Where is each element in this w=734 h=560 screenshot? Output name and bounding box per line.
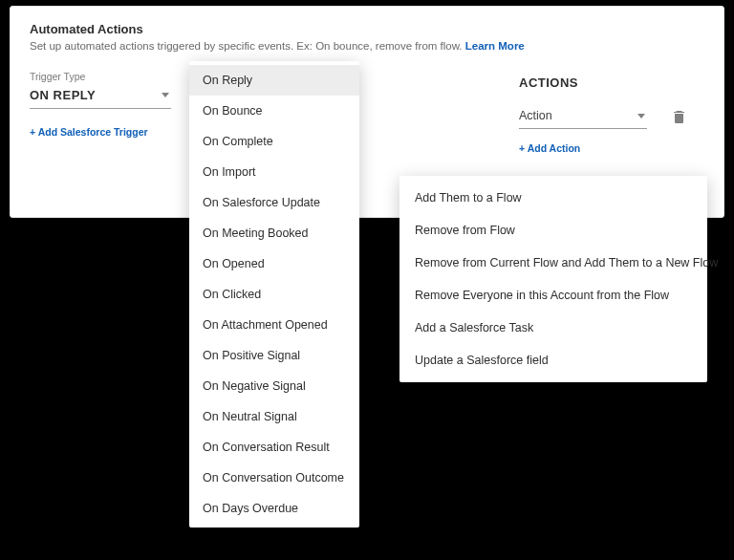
dropdown-item[interactable]: On Attachment Opened [189, 310, 359, 340]
dropdown-item[interactable]: Add a Salesforce Task [399, 312, 707, 344]
dropdown-item[interactable]: Remove from Flow [399, 214, 707, 247]
dropdown-item[interactable]: Update a Salesforce field [399, 344, 707, 377]
dropdown-item[interactable]: On Negative Signal [189, 371, 359, 401]
action-dropdown: Add Them to a Flow Remove from Flow Remo… [399, 176, 707, 382]
dropdown-item[interactable]: Remove Everyone in this Account from the… [399, 279, 707, 312]
dropdown-item[interactable]: Remove from Current Flow and Add Them to… [399, 247, 707, 279]
panel-title: Automated Actions [30, 22, 704, 36]
learn-more-link[interactable]: Learn More [465, 40, 525, 52]
caret-down-icon [637, 114, 645, 118]
caret-down-icon [162, 93, 169, 97]
add-action-link[interactable]: + Add Action [519, 142, 580, 154]
panel-subtitle: Set up automated actions triggered by sp… [30, 40, 704, 52]
dropdown-item[interactable]: On Bounce [189, 96, 359, 126]
dropdown-item[interactable]: On Conversation Result [189, 432, 359, 463]
dropdown-item[interactable]: Add Them to a Flow [399, 182, 707, 214]
subtitle-text: Set up automated actions triggered by sp… [30, 40, 465, 52]
trigger-type-value: ON REPLY [30, 88, 96, 102]
dropdown-item[interactable]: On Import [189, 157, 359, 187]
trigger-type-label: Trigger Type [30, 71, 173, 82]
action-select[interactable]: Action [519, 107, 647, 129]
dropdown-item[interactable]: On Neutral Signal [189, 401, 359, 432]
dropdown-item[interactable]: On Complete [189, 126, 359, 157]
actions-heading: ACTIONS [519, 75, 684, 90]
dropdown-item[interactable]: On Conversation Outcome [189, 463, 359, 493]
trigger-column: Trigger Type ON REPLY + Add Salesforce T… [30, 71, 173, 140]
dropdown-item[interactable]: On Opened [189, 248, 359, 279]
dropdown-item[interactable]: On Positive Signal [189, 340, 359, 371]
actions-column: ACTIONS Action + Add Action [519, 75, 684, 156]
trigger-type-dropdown: On Reply On Bounce On Complete On Import… [189, 61, 359, 528]
action-select-placeholder: Action [519, 109, 552, 122]
dropdown-item[interactable]: On Clicked [189, 279, 359, 310]
add-salesforce-trigger-link[interactable]: + Add Salesforce Trigger [30, 126, 148, 138]
dropdown-item[interactable]: On Days Overdue [189, 493, 359, 524]
dropdown-item[interactable]: On Meeting Booked [189, 218, 359, 248]
dropdown-item[interactable]: On Reply [189, 65, 359, 96]
dropdown-item[interactable]: On Salesforce Update [189, 187, 359, 218]
trash-icon[interactable] [674, 110, 684, 127]
trigger-type-select[interactable]: ON REPLY [30, 84, 171, 109]
